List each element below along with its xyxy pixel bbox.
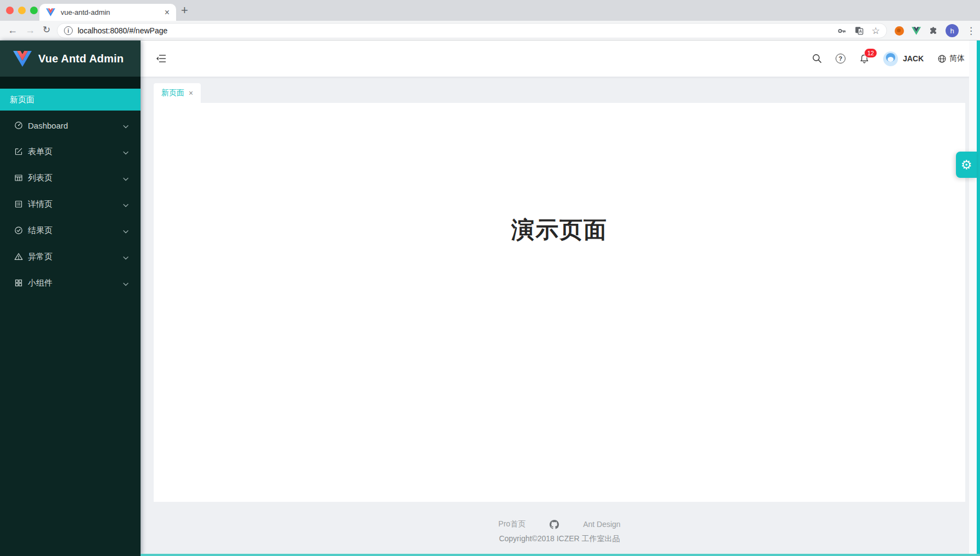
browser-profile-avatar[interactable]: h (946, 24, 959, 37)
new-tab-button[interactable]: + (181, 3, 188, 18)
chevron-down-icon (123, 121, 129, 130)
form-icon (14, 147, 23, 156)
menu-fold-icon[interactable] (156, 54, 167, 63)
bottom-accent-edge (141, 554, 980, 556)
user-menu[interactable]: JACK (883, 51, 924, 66)
window-zoom-button[interactable] (30, 7, 38, 14)
footer: Pro首页 Ant Design Copyright©2018 ICZER 工作… (154, 519, 965, 544)
forward-icon[interactable]: → (25, 24, 35, 36)
extensions-puzzle-icon[interactable] (929, 26, 938, 36)
tab-close-icon[interactable]: × (165, 8, 170, 17)
chevron-down-icon (123, 226, 129, 235)
avatar (883, 51, 898, 66)
browser-tab-title: vue-antd-admin (61, 8, 110, 16)
address-bar[interactable]: i localhost:8080/#/newPage ☆ (57, 23, 887, 38)
dashboard-icon (14, 121, 23, 130)
chevron-down-icon (123, 279, 129, 288)
bookmark-star-icon[interactable]: ☆ (872, 26, 880, 36)
browser-tab[interactable]: vue-antd-admin × (39, 4, 176, 21)
footer-link-antd[interactable]: Ant Design (583, 520, 620, 529)
back-icon[interactable]: ← (8, 24, 18, 36)
app-logo[interactable]: Vue Antd Admin (0, 40, 141, 77)
vue-favicon-icon (46, 8, 55, 16)
warning-icon (14, 252, 23, 261)
sidebar-item-exceptions[interactable]: 异常页 (0, 244, 141, 270)
chevron-down-icon (123, 173, 129, 183)
vue-devtools-icon[interactable] (912, 27, 921, 35)
sidebar-item-forms[interactable]: 表单页 (0, 138, 141, 165)
github-icon[interactable] (550, 520, 559, 529)
table-icon (14, 173, 23, 182)
gear-icon: ⚙ (961, 158, 972, 172)
chevron-down-icon (123, 200, 129, 209)
page-title: 演示页面 (154, 103, 965, 245)
sidebar-item-newpage[interactable]: 新页面 (0, 89, 141, 111)
page-tabbar: 新页面 × (141, 77, 980, 103)
reload-icon[interactable]: ↻ (43, 24, 50, 36)
language-switcher[interactable]: 简体 (937, 54, 965, 63)
browser-tabstrip: vue-antd-admin × + (0, 0, 980, 21)
scrollbar-track[interactable] (969, 40, 977, 556)
page-info-icon[interactable]: i (64, 26, 73, 35)
chevron-down-icon (123, 147, 129, 157)
search-icon[interactable] (812, 54, 822, 63)
translate-icon[interactable] (855, 26, 864, 35)
browser-toolbar: ← → ↻ i localhost:8080/#/newPage (0, 21, 980, 40)
sidebar-item-label: 结果页 (28, 225, 52, 236)
profile-icon (14, 200, 23, 208)
appstore-icon (14, 279, 23, 287)
globe-icon (937, 54, 947, 63)
sidebar-item-details[interactable]: 详情页 (0, 191, 141, 217)
right-accent-edge (977, 40, 980, 556)
page-tab-newpage[interactable]: 新页面 × (154, 83, 201, 103)
app-header: ? 12 JACK 简体 (141, 40, 980, 77)
notification-badge: 12 (864, 48, 877, 58)
notification-bell[interactable]: 12 (859, 54, 870, 64)
settings-drawer-button[interactable]: ⚙ (956, 152, 977, 178)
copyright: Copyright©2018 ICZER 工作室出品 (154, 534, 965, 544)
sidebar-item-widgets[interactable]: 小组件 (0, 270, 141, 296)
sidebar-menu: Dashboard 表单页 (0, 111, 141, 296)
browser-menu-icon[interactable]: ⋮ (966, 25, 976, 37)
extension-orange-icon[interactable] (895, 26, 904, 36)
screen: vue-antd-admin × + ← → ↻ i localhost:808… (0, 0, 980, 556)
vue-logo-icon (13, 51, 32, 67)
footer-link-pro[interactable]: Pro首页 (498, 519, 526, 529)
user-name: JACK (903, 54, 924, 63)
sidebar-item-label: 列表页 (28, 173, 52, 183)
window-minimize-button[interactable] (18, 7, 26, 14)
language-label: 简体 (949, 54, 965, 63)
app-title: Vue Antd Admin (38, 53, 124, 65)
sidebar-item-label: 小组件 (28, 278, 52, 288)
page-tab-close-icon[interactable]: × (189, 89, 193, 97)
sidebar-divider (0, 77, 141, 89)
help-icon[interactable]: ? (836, 54, 845, 63)
check-circle-icon (14, 226, 23, 235)
sidebar: Vue Antd Admin 新页面 Dashboard (0, 40, 141, 556)
url-text: localhost:8080/#/newPage (78, 26, 167, 35)
sidebar-item-label: 异常页 (28, 252, 52, 262)
sidebar-item-label: Dashboard (28, 121, 68, 130)
chevron-down-icon (123, 252, 129, 262)
sidebar-item-results[interactable]: 结果页 (0, 217, 141, 244)
page-card: 演示页面 (154, 103, 965, 502)
window-close-button[interactable] (6, 7, 14, 14)
sidebar-item-lists[interactable]: 列表页 (0, 165, 141, 191)
sidebar-item-dashboard[interactable]: Dashboard (0, 112, 141, 138)
page-tab-label: 新页面 (161, 88, 184, 98)
content-area: 演示页面 Pro首页 Ant Design Copyright©2018 ICZ… (141, 103, 980, 556)
sidebar-item-label: 表单页 (28, 147, 52, 157)
sidebar-item-label: 详情页 (28, 199, 52, 210)
sidebar-item-label: 新页面 (10, 95, 34, 105)
password-key-icon[interactable] (837, 26, 847, 36)
